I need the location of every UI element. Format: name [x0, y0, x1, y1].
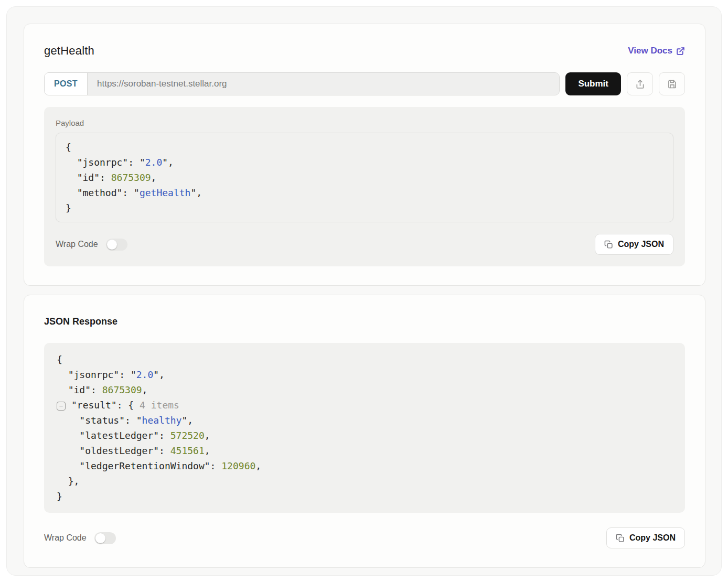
code-segment: , [142, 384, 148, 395]
code-segment: "id": [66, 172, 111, 183]
toggle-knob [107, 240, 117, 250]
response-card: JSON Response { "jsonrpc": "2.0", "id": … [24, 295, 705, 568]
code-segment: , [255, 460, 261, 471]
code-segment: getHealth [140, 187, 191, 198]
copy-icon [604, 240, 613, 249]
url-input-group: POST [44, 72, 560, 95]
code-segment: "method": " [66, 187, 140, 198]
response-footer: Wrap Code Copy JSON [44, 527, 685, 548]
code-segment: 2.0 [136, 369, 154, 380]
copy-json-label: Copy JSON [629, 533, 676, 543]
code-segment: ", [181, 415, 193, 426]
app-frame: getHealth View Docs POST Submit [6, 6, 722, 576]
code-segment: } [66, 202, 71, 213]
code-line: "oldestLedger": 451561, [57, 443, 672, 458]
code-segment: "oldestLedger": [57, 445, 170, 456]
wrap-code-control: Wrap Code [56, 239, 127, 251]
wrap-code-toggle[interactable] [94, 532, 116, 544]
toggle-knob [95, 533, 105, 543]
code-line: } [66, 200, 663, 215]
copy-json-button[interactable]: Copy JSON [606, 527, 685, 548]
save-floppy-icon [667, 79, 678, 90]
code-line: }, [57, 473, 672, 489]
code-segment: } [57, 491, 62, 502]
payload-label: Payload [56, 118, 673, 127]
code-segment: , [205, 445, 210, 456]
code-line: { [57, 352, 672, 367]
copy-json-label: Copy JSON [618, 240, 664, 249]
code-segment: , [151, 172, 157, 183]
response-title: JSON Response [44, 316, 685, 327]
code-segment: { [57, 354, 62, 365]
collapse-toggle-icon[interactable] [57, 402, 66, 411]
share-button[interactable] [627, 72, 653, 95]
wrap-code-control: Wrap Code [44, 532, 116, 544]
code-line: "result": { 4 items [57, 397, 672, 413]
code-segment: 120960 [221, 460, 255, 471]
code-segment: "status": " [57, 415, 142, 426]
external-link-icon [676, 47, 685, 56]
code-line: "id": 8675309, [66, 170, 663, 185]
code-segment: "latestLedger": [57, 430, 170, 441]
code-line: "jsonrpc": "2.0", [66, 155, 663, 170]
code-line: } [57, 489, 672, 504]
code-segment: ", [162, 157, 174, 168]
request-card-header: getHealth View Docs [44, 44, 685, 58]
code-segment: 4 items [140, 400, 179, 411]
wrap-code-toggle[interactable] [106, 239, 127, 251]
code-segment: "id": [57, 384, 102, 395]
view-docs-label: View Docs [628, 46, 672, 56]
code-line: "id": 8675309, [57, 382, 672, 397]
submit-button[interactable]: Submit [565, 72, 621, 95]
code-segment: healthy [142, 415, 182, 426]
code-segment: "ledgerRetentionWindow": [57, 460, 221, 471]
endpoint-url-input[interactable] [88, 73, 559, 95]
code-line: "method": "getHealth", [66, 185, 663, 200]
share-upload-icon [635, 79, 646, 90]
code-segment: ", [190, 187, 202, 198]
code-line: "ledgerRetentionWindow": 120960, [57, 458, 672, 473]
code-segment: 8675309 [111, 172, 151, 183]
code-segment: { [66, 142, 71, 153]
code-segment: 2.0 [145, 157, 163, 168]
code-line: "jsonrpc": "2.0", [57, 367, 672, 382]
page-title: getHealth [44, 44, 94, 58]
code-segment: , [205, 430, 210, 441]
response-code-viewer[interactable]: { "jsonrpc": "2.0", "id": 8675309,"resul… [44, 343, 685, 513]
http-method-badge: POST [45, 73, 88, 95]
payload-panel: Payload { "jsonrpc": "2.0", "id": 867530… [44, 107, 685, 266]
code-segment: "result": { [71, 400, 140, 411]
code-segment: }, [57, 476, 79, 487]
code-segment: 572520 [170, 430, 205, 441]
code-segment: 451561 [170, 445, 205, 456]
code-segment: "jsonrpc": " [57, 369, 136, 380]
code-line: { [66, 139, 663, 155]
wrap-code-label: Wrap Code [56, 240, 98, 249]
request-row: POST Submit [44, 72, 685, 95]
code-segment: ", [153, 369, 165, 380]
request-card: getHealth View Docs POST Submit [24, 24, 705, 286]
copy-json-button[interactable]: Copy JSON [595, 234, 673, 255]
code-line: "status": "healthy", [57, 413, 672, 428]
code-line: "latestLedger": 572520, [57, 428, 672, 443]
payload-code-editor[interactable]: { "jsonrpc": "2.0", "id": 8675309, "meth… [56, 133, 673, 222]
wrap-code-label: Wrap Code [44, 533, 87, 543]
payload-footer: Wrap Code Copy JSON [56, 234, 673, 255]
code-segment: "jsonrpc": " [66, 157, 145, 168]
view-docs-link[interactable]: View Docs [628, 46, 685, 56]
copy-icon [616, 534, 625, 543]
code-segment: 8675309 [102, 384, 142, 395]
save-button[interactable] [659, 72, 685, 95]
